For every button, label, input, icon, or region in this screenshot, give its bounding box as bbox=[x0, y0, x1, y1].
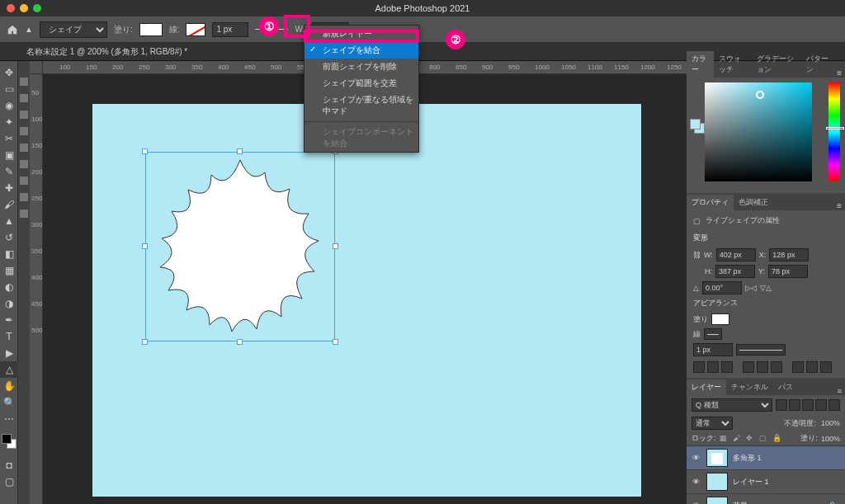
shape-mode-select[interactable]: シェイプ bbox=[40, 21, 107, 38]
stroke-style-chip[interactable] bbox=[736, 344, 786, 356]
prop-x-input[interactable] bbox=[769, 248, 809, 261]
cap-icon[interactable] bbox=[757, 361, 768, 373]
document-tab[interactable]: 名称未設定 1 @ 200% (多角形 1, RGB/8#) * bbox=[18, 44, 196, 60]
lasso-tool[interactable]: ◉ bbox=[0, 97, 18, 114]
type-tool[interactable]: T bbox=[0, 328, 18, 345]
vertical-ruler[interactable]: 50100150200250300350400450500 bbox=[30, 74, 43, 504]
filter-type-icon[interactable] bbox=[802, 399, 814, 411]
blur-tool[interactable]: ◐ bbox=[0, 279, 18, 295]
filter-smart-icon[interactable] bbox=[828, 399, 840, 411]
hue-cursor[interactable] bbox=[826, 127, 844, 130]
edit-toolbar[interactable]: ⋯ bbox=[0, 411, 18, 427]
opacity-value[interactable]: 100% bbox=[821, 419, 840, 427]
panel-icon[interactable] bbox=[20, 144, 28, 152]
panel-menu-icon[interactable]: ≡ bbox=[833, 201, 845, 210]
align-icon[interactable] bbox=[721, 361, 733, 373]
dropdown-item-subtract-front[interactable]: 前面シェイプを削除 bbox=[304, 59, 418, 75]
color-cursor[interactable] bbox=[756, 91, 764, 99]
filter-image-icon[interactable] bbox=[776, 399, 787, 411]
color-field[interactable] bbox=[705, 82, 812, 181]
handle-w[interactable] bbox=[142, 243, 148, 249]
healing-tool[interactable]: ✚ bbox=[0, 180, 18, 196]
move-tool[interactable]: ✥ bbox=[0, 64, 18, 81]
prop-y-input[interactable] bbox=[768, 265, 808, 278]
join-icon[interactable] bbox=[820, 361, 832, 373]
minimize-window-button[interactable] bbox=[20, 4, 28, 12]
layer-thumbnail[interactable] bbox=[706, 497, 728, 504]
dropdown-item-intersect[interactable]: シェイプ範囲を交差 bbox=[304, 75, 418, 92]
foreground-background-colors[interactable] bbox=[0, 432, 17, 457]
handle-e[interactable] bbox=[333, 243, 338, 249]
panel-icon[interactable] bbox=[20, 210, 28, 218]
layer-thumbnail[interactable] bbox=[706, 449, 728, 467]
handle-se[interactable] bbox=[333, 339, 338, 345]
join-icon[interactable] bbox=[792, 361, 804, 373]
panel-icon[interactable] bbox=[20, 160, 28, 168]
layers-tab[interactable]: レイヤー bbox=[687, 379, 726, 395]
join-icon[interactable] bbox=[806, 361, 818, 373]
filter-shape-icon[interactable] bbox=[815, 399, 827, 411]
panel-icon[interactable] bbox=[20, 78, 28, 86]
panel-icon[interactable] bbox=[20, 111, 28, 119]
layer-thumbnail[interactable] bbox=[706, 473, 728, 491]
visibility-icon[interactable]: 👁 bbox=[690, 454, 701, 462]
home-icon[interactable] bbox=[7, 24, 18, 35]
stroke-chip[interactable] bbox=[704, 328, 722, 340]
maximize-window-button[interactable] bbox=[33, 4, 41, 12]
layer-filter-select[interactable]: Q 種類 bbox=[692, 398, 772, 412]
handle-s[interactable] bbox=[237, 339, 243, 345]
channels-tab[interactable]: チャンネル bbox=[726, 379, 773, 395]
path-select-tool[interactable]: ▶ bbox=[0, 345, 18, 361]
panel-icon[interactable] bbox=[20, 94, 28, 102]
handle-sw[interactable] bbox=[142, 339, 148, 345]
handle-n[interactable] bbox=[237, 148, 243, 154]
color-tab[interactable]: カラー bbox=[687, 51, 714, 78]
lock-all-icon[interactable]: 🔒 bbox=[772, 434, 782, 444]
lock-nested-icon[interactable]: ▢ bbox=[759, 434, 769, 444]
align-icon[interactable] bbox=[693, 361, 705, 373]
swatches-tab[interactable]: スウォッチ bbox=[714, 51, 752, 78]
stroke-width-input2[interactable] bbox=[693, 343, 733, 356]
panel-icon[interactable] bbox=[20, 177, 28, 185]
canvas[interactable] bbox=[92, 104, 641, 497]
stroke-swatch[interactable] bbox=[186, 23, 205, 36]
dropdown-item-combine-shapes[interactable]: ✓シェイプを結合 bbox=[304, 42, 418, 59]
paths-tab[interactable]: パス bbox=[773, 379, 798, 395]
filter-adjust-icon[interactable] bbox=[789, 399, 800, 411]
stamp-tool[interactable]: ▲ bbox=[0, 213, 18, 229]
adjustments-tab[interactable]: 色調補正 bbox=[734, 195, 773, 210]
screen-mode-toggle[interactable]: ▢ bbox=[0, 473, 18, 490]
layer-row[interactable]: 👁 多角形 1 bbox=[687, 446, 845, 470]
dodge-tool[interactable]: ◑ bbox=[0, 295, 18, 312]
flip-v-icon[interactable]: ▽△ bbox=[760, 284, 772, 292]
zoom-tool[interactable]: 🔍 bbox=[0, 394, 18, 411]
panel-menu-icon[interactable]: ≡ bbox=[833, 68, 845, 78]
blend-mode-select[interactable]: 通常 bbox=[692, 417, 733, 430]
gradients-tab[interactable]: グラデーション bbox=[752, 51, 801, 78]
brush-tool[interactable]: 🖌 bbox=[0, 196, 18, 213]
shape-tool[interactable]: △ bbox=[0, 361, 18, 378]
layer-row[interactable]: 👁 背景 🔒 bbox=[687, 494, 845, 504]
tool-preset-icon[interactable]: ▲ bbox=[25, 25, 33, 34]
dropdown-item-exclude[interactable]: シェイプが重なる領域を中マド bbox=[304, 92, 418, 120]
panel-menu-icon[interactable]: ≡ bbox=[834, 387, 845, 395]
patterns-tab[interactable]: パターン bbox=[801, 51, 833, 78]
shape-selection[interactable] bbox=[145, 152, 335, 341]
frame-tool[interactable]: ▣ bbox=[0, 147, 18, 163]
wand-tool[interactable]: ✦ bbox=[0, 114, 18, 130]
eyedropper-tool[interactable]: ✎ bbox=[0, 163, 18, 180]
properties-tab[interactable]: プロパティ bbox=[687, 195, 734, 210]
lock-position-icon[interactable]: ✥ bbox=[746, 434, 756, 444]
hand-tool[interactable]: ✋ bbox=[0, 378, 18, 394]
prop-height-input[interactable] bbox=[715, 265, 755, 278]
fill-swatch[interactable] bbox=[139, 23, 163, 36]
panel-icon[interactable] bbox=[20, 193, 28, 201]
lock-image-icon[interactable]: 🖌 bbox=[733, 434, 743, 444]
fill-chip[interactable] bbox=[711, 313, 729, 325]
fill-opacity-value[interactable]: 100% bbox=[821, 435, 840, 443]
layer-row[interactable]: 👁 レイヤー 1 bbox=[687, 470, 845, 494]
align-icon[interactable] bbox=[707, 361, 719, 373]
stroke-width-input[interactable] bbox=[212, 22, 248, 37]
visibility-icon[interactable]: 👁 bbox=[690, 478, 701, 486]
prop-width-input[interactable] bbox=[716, 248, 756, 261]
